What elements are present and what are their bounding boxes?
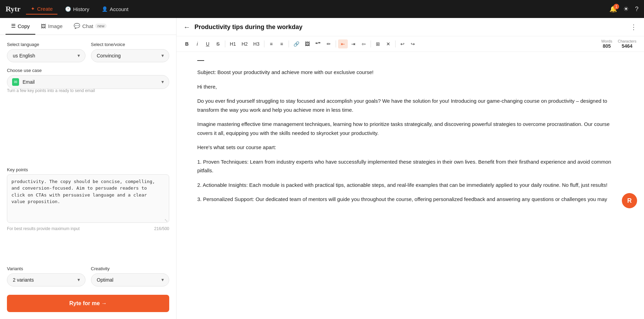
history-nav-button[interactable]: 🕐 History — [60, 4, 94, 14]
quote-button[interactable]: ❝❞ — [313, 39, 323, 48]
characters-label: Characters — [618, 39, 636, 43]
key-points-wrapper: productivity. The copy should be concise… — [7, 174, 169, 224]
account-nav-button[interactable]: 👤 Account — [97, 4, 133, 14]
ryte-for-me-button[interactable]: Ryte for me → — [7, 295, 169, 312]
creativity-select[interactable]: Low Medium Optimal High Max — [91, 274, 169, 286]
history-icon: 🕐 — [65, 6, 71, 12]
use-case-select[interactable]: Email Blog Post Social Media Ad Copy — [19, 75, 169, 89]
notification-button[interactable]: 🔔 1 — [609, 5, 617, 13]
left-panel: ☰ Copy 🖼 Image 💬 Chat new Select languag… — [0, 18, 176, 319]
copy-tab-icon: ☰ — [11, 23, 16, 29]
undo-button[interactable]: ↩ — [398, 39, 407, 48]
logo-text: Rytr — [6, 4, 20, 13]
use-case-helper: Turn a few key points into a ready to se… — [7, 88, 169, 93]
h3-button[interactable]: H3 — [251, 39, 262, 48]
align-right-button[interactable]: ⇦ — [359, 39, 369, 48]
account-icon: 👤 — [102, 6, 108, 12]
words-label: Words — [601, 39, 613, 43]
characters-stat: Characters 5464 — [616, 39, 638, 49]
key-points-label: Key points — [7, 167, 169, 172]
best-results-text: For best results provide maximum input — [7, 226, 80, 231]
theme-toggle-button[interactable]: ☀ — [623, 5, 629, 13]
back-button[interactable]: ← — [183, 23, 190, 31]
toolbar-divider-4 — [336, 40, 336, 47]
more-options-button[interactable]: ⋮ — [630, 23, 637, 31]
use-case-label: Choose use case — [7, 68, 169, 73]
image-button[interactable]: 🖼 — [302, 39, 312, 48]
right-panel: ← Productivity tips during the workday ⋮… — [176, 18, 644, 319]
bullet-list-button[interactable]: ≡ — [266, 39, 276, 48]
create-nav-button[interactable]: ✦ Create — [26, 4, 57, 15]
tone-select[interactable]: Convincing Casual Formal Humorous Inspir… — [91, 49, 169, 62]
tone-select-wrapper: Convincing Casual Formal Humorous Inspir… — [91, 49, 170, 62]
table-button[interactable]: ⊞ — [373, 39, 383, 48]
main-layout: ☰ Copy 🖼 Image 💬 Chat new Select languag… — [0, 18, 644, 319]
creativity-select-wrapper: Low Medium Optimal High Max ▼ — [91, 273, 170, 286]
editor-toolbar: B i U S H1 H2 H3 ≡ ≡ 🔗 🖼 ❝❞ ✏ ⇤ ⇥ ⇦ ⊞ ✕ … — [176, 36, 644, 52]
redo-button[interactable]: ↪ — [408, 39, 418, 48]
variants-label: Variants — [7, 266, 85, 271]
content-paragraph-2: Do you ever find yourself struggling to … — [197, 97, 623, 114]
use-case-group: Choose use case ✉ Email Blog Post Social… — [7, 68, 169, 162]
form-area: Select language us English uk English Sp… — [0, 35, 176, 319]
char-count: 216/500 — [154, 226, 169, 231]
language-tone-row: Select language us English uk English Sp… — [7, 42, 169, 62]
chat-tab-icon: 💬 — [74, 23, 80, 29]
words-stat: Words 805 — [599, 39, 615, 49]
characters-value: 5464 — [618, 43, 636, 49]
chat-badge: new — [95, 24, 106, 28]
help-button[interactable]: ? — [635, 6, 638, 13]
user-avatar[interactable]: R — [622, 193, 637, 208]
key-points-group: Key points productivity. The copy should… — [7, 167, 169, 261]
h2-button[interactable]: H2 — [239, 39, 250, 48]
content-paragraph-6: 2. Actionable Insights: Each module is p… — [197, 181, 623, 190]
clear-format-button[interactable]: ✕ — [383, 39, 393, 48]
language-group: Select language us English uk English Sp… — [7, 42, 85, 62]
align-center-button[interactable]: ⇥ — [348, 39, 358, 48]
italic-button[interactable]: i — [192, 39, 202, 48]
key-points-textarea[interactable]: productivity. The copy should be concise… — [7, 174, 169, 223]
content-paragraph-0: Subject: Boost your productivity and ach… — [197, 68, 623, 77]
h1-button[interactable]: H1 — [227, 39, 238, 48]
content-paragraph-1: Hi there, — [197, 82, 623, 91]
right-header: ← Productivity tips during the workday ⋮ — [176, 18, 644, 36]
creativity-label: Creativity — [91, 266, 170, 271]
creativity-group: Creativity Low Medium Optimal High Max ▼ — [91, 266, 170, 286]
content-paragraph-4: Here's what sets our course apart: — [197, 143, 623, 152]
align-left-button[interactable]: ⇤ — [338, 39, 348, 48]
textarea-footer: For best results provide maximum input 2… — [7, 226, 169, 231]
variants-select-wrapper: 1 variant 2 variants 3 variants ▼ — [7, 273, 85, 286]
tone-label: Select tone/voice — [91, 42, 170, 47]
tone-group: Select tone/voice Convincing Casual Form… — [91, 42, 170, 62]
stats-area: Words 805 Characters 5464 — [599, 39, 638, 49]
underline-button[interactable]: U — [203, 39, 212, 48]
tab-copy[interactable]: ☰ Copy — [6, 18, 35, 35]
image-tab-icon: 🖼 — [41, 23, 46, 29]
email-use-case-icon: ✉ — [12, 78, 19, 86]
strikethrough-button[interactable]: S — [213, 39, 223, 48]
variants-select[interactable]: 1 variant 2 variants 3 variants — [7, 274, 85, 286]
content-paragraph-7: 3. Personalized Support: Our dedicated t… — [197, 195, 623, 204]
toolbar-divider-6 — [395, 40, 396, 47]
content-divider — [197, 60, 204, 61]
toolbar-divider-1 — [225, 40, 225, 47]
document-title: Productivity tips during the workday — [194, 24, 626, 31]
language-select-wrapper: us English uk English Spanish French Ger… — [7, 49, 85, 62]
language-select[interactable]: us English uk English Spanish French Ger… — [7, 49, 85, 62]
link-button[interactable]: 🔗 — [291, 39, 302, 48]
tab-image[interactable]: 🖼 Image — [35, 18, 68, 35]
content-area[interactable]: Subject: Boost your productivity and ach… — [176, 52, 644, 319]
top-navigation: Rytr ✦ Create 🕐 History 👤 Account 🔔 1 ☀ … — [0, 0, 644, 18]
words-value: 805 — [601, 43, 613, 49]
highlight-button[interactable]: ✏ — [324, 39, 334, 48]
resize-handle-icon[interactable]: ⤡ — [164, 218, 168, 223]
variants-group: Variants 1 variant 2 variants 3 variants… — [7, 266, 85, 286]
ordered-list-button[interactable]: ≡ — [277, 39, 287, 48]
nav-right-actions: 🔔 1 ☀ ? — [609, 5, 638, 13]
toolbar-divider-2 — [264, 40, 264, 47]
content-paragraph-5: 1. Proven Techniques: Learn from industr… — [197, 157, 623, 175]
bold-button[interactable]: B — [182, 39, 192, 48]
toolbar-divider-5 — [371, 40, 371, 47]
tab-chat[interactable]: 💬 Chat new — [68, 18, 112, 35]
notification-badge: 1 — [614, 4, 619, 9]
